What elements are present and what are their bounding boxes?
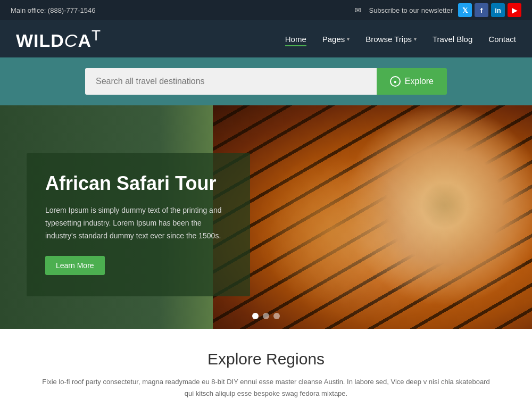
slider-dot-1[interactable] [252,313,259,319]
social-icons: 𝕏 f in ▶ [458,3,521,17]
slider-dot-2[interactable] [263,313,269,319]
search-input[interactable] [85,68,377,95]
linkedin-icon[interactable]: in [491,3,505,17]
youtube-icon[interactable]: ▶ [508,3,521,17]
nav-home[interactable]: Home [285,32,306,46]
phone-number: Main office: (888)-777-1546 [11,6,95,14]
facebook-icon[interactable]: f [475,3,488,17]
hero-slider: African Safari Tour Lorem Ipsum is simpl… [0,105,532,329]
explore-section: Explore Regions Fixie lo-fi roof party c… [0,329,532,399]
explore-title: Explore Regions [11,350,521,368]
tiger-image [213,105,532,329]
top-bar-right: ✉ Subscribe to our newsletter 𝕏 f in ▶ [355,3,521,17]
hero-overlay-box: African Safari Tour Lorem Ipsum is simpl… [27,153,250,296]
nav-travel-blog[interactable]: Travel Blog [433,32,472,46]
newsletter-link[interactable]: Subscribe to our newsletter [369,6,453,14]
navbar: WILDcaT Home Pages ▾ Browse Trips ▾ Trav… [0,20,532,57]
hero-description: Lorem Ipsum is simply dummy text of the … [45,204,231,242]
explore-circle-icon: ● [390,76,401,87]
top-bar: Main office: (888)-777-1546 ✉ Subscribe … [0,0,532,20]
nav-contact[interactable]: Contact [488,32,516,46]
slider-dot-3[interactable] [273,313,280,319]
envelope-icon: ✉ [355,6,361,14]
twitter-icon[interactable]: 𝕏 [458,3,472,17]
slider-dots [252,313,280,319]
search-container: ● Explore [85,68,447,95]
logo-text: WILDcaT [16,30,101,51]
explore-description: Fixie lo-fi roof party consectetur, magn… [40,376,492,399]
hero-background: African Safari Tour Lorem Ipsum is simpl… [0,105,532,329]
explore-button[interactable]: ● Explore [377,68,447,95]
tiger-face [213,105,532,329]
nav-browse-trips[interactable]: Browse Trips ▾ [365,32,417,46]
pages-arrow-icon: ▾ [347,36,350,42]
search-section: ● Explore [0,57,532,105]
learn-more-button[interactable]: Learn More [45,256,105,275]
browse-trips-arrow-icon: ▾ [414,36,417,42]
nav-pages[interactable]: Pages ▾ [322,32,350,46]
nav-menu: Home Pages ▾ Browse Trips ▾ Travel Blog … [285,32,516,46]
logo[interactable]: WILDcaT [16,27,101,51]
hero-title: African Safari Tour [45,172,231,195]
